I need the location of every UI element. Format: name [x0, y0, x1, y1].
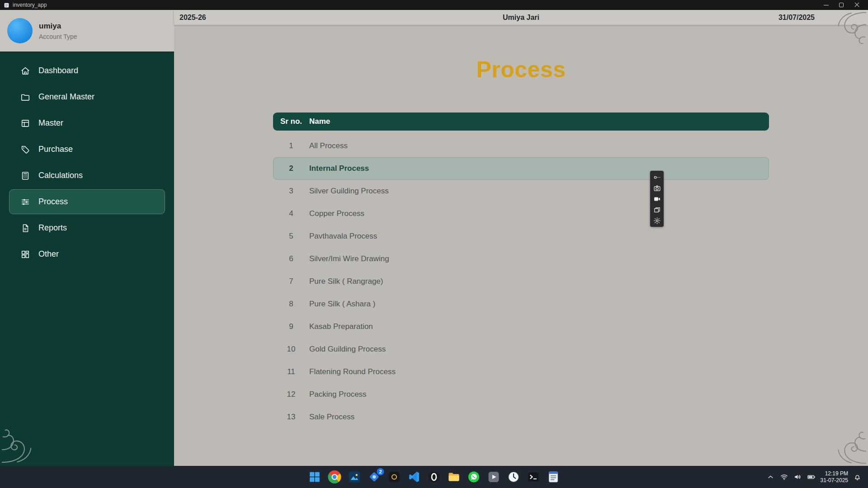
sidebar-item-process[interactable]: Process	[9, 189, 165, 214]
sidebar-item-master[interactable]: Master	[9, 111, 165, 136]
table-row[interactable]: 3Silver Guilding Process	[273, 180, 769, 202]
sidebar-item-general-master[interactable]: General Master	[9, 84, 165, 109]
clock-app-icon[interactable]	[507, 470, 520, 483]
main-area: 2025-26 Umiya Jari 31/07/2025 Process Sr…	[174, 10, 868, 466]
folder-icon	[20, 92, 30, 102]
row-name: Pure Silk ( Ashara )	[309, 300, 375, 309]
table-header: Sr no. Name	[273, 113, 769, 131]
sidebar-item-other[interactable]: Other	[9, 242, 165, 267]
row-sr-no: 6	[273, 254, 309, 263]
current-date: 31/07/2025	[732, 14, 868, 22]
sliders-icon	[20, 197, 30, 207]
page-content: Process Sr no. Name 1All Process2Interna…	[174, 25, 868, 466]
sidebar-item-dashboard[interactable]: Dashboard	[9, 58, 165, 83]
table-row[interactable]: 1All Process	[273, 135, 769, 157]
screen-record-icon	[653, 195, 661, 203]
media-player-icon[interactable]	[487, 470, 500, 483]
card-icon	[20, 118, 30, 128]
row-name: Kasab Preparation	[309, 322, 373, 331]
minimize-icon[interactable]	[818, 0, 834, 10]
sidebar: umiya Account Type DashboardGeneral Mast…	[0, 10, 174, 466]
table-row[interactable]: 5Pavthavala Process	[273, 225, 769, 248]
maximize-icon[interactable]	[834, 0, 849, 10]
table-row[interactable]: 8Pure Silk ( Ashara )	[273, 293, 769, 315]
volume-icon[interactable]	[793, 473, 802, 481]
row-sr-no: 7	[273, 277, 309, 286]
sidebar-item-label: Calculations	[38, 171, 83, 180]
row-name: Flatening Round Process	[309, 367, 396, 376]
photos-icon[interactable]	[348, 470, 361, 483]
table-row[interactable]: 10Gold Guilding Process	[273, 338, 769, 361]
sidebar-item-label: General Master	[38, 92, 94, 102]
link-capture-icon	[653, 174, 661, 181]
chat-app-icon[interactable]: 2	[368, 470, 381, 483]
report-icon	[20, 223, 30, 233]
capture-toolbar	[650, 171, 664, 227]
taskbar-icons: 2	[308, 470, 560, 483]
close-icon[interactable]	[849, 0, 864, 10]
row-sr-no: 11	[273, 367, 309, 376]
home-icon	[20, 66, 30, 76]
terminal-icon[interactable]	[527, 470, 540, 483]
row-name: Packing Process	[309, 390, 367, 399]
whatsapp-icon[interactable]	[467, 470, 481, 483]
link-capture-icon[interactable]	[650, 172, 664, 183]
wifi-icon[interactable]	[780, 473, 788, 481]
row-name: Pavthavala Process	[309, 232, 377, 241]
tag-icon	[20, 145, 30, 155]
topbar: 2025-26 Umiya Jari 31/07/2025	[174, 10, 868, 25]
screenshot-icon	[653, 184, 661, 192]
battery-icon[interactable]	[807, 473, 816, 481]
profile-account-type: Account Type	[39, 33, 77, 40]
row-sr-no: 5	[273, 232, 309, 241]
profile-name: umiya	[39, 22, 77, 31]
calculator-icon	[20, 171, 30, 181]
row-name: Sale Process	[309, 413, 354, 422]
chevron-up-icon[interactable]	[766, 473, 775, 481]
sidebar-item-label: Purchase	[38, 145, 73, 154]
bell-icon[interactable]	[853, 473, 862, 481]
row-name: Silver/Imi Wire Drawing	[309, 254, 389, 263]
row-sr-no: 2	[273, 164, 309, 173]
app-icon	[4, 2, 9, 8]
table-row[interactable]: 12Packing Process	[273, 383, 769, 406]
sidebar-item-purchase[interactable]: Purchase	[9, 137, 165, 162]
sidebar-item-calculations[interactable]: Calculations	[9, 163, 165, 188]
file-explorer-icon[interactable]	[448, 470, 461, 483]
chrome-icon[interactable]	[328, 470, 341, 483]
table-row[interactable]: 6Silver/Imi Wire Drawing	[273, 248, 769, 270]
notepad-icon[interactable]	[547, 470, 560, 483]
settings-gear-icon[interactable]	[650, 215, 664, 226]
row-sr-no: 3	[273, 187, 309, 196]
process-table: Sr no. Name 1All Process2Internal Proces…	[273, 113, 769, 428]
windows-taskbar: 2 12:19 PM 31-07-2025	[0, 466, 868, 488]
system-tray: 12:19 PM 31-07-2025	[766, 470, 868, 484]
company-name: Umiya Jari	[310, 14, 732, 22]
vscode-icon[interactable]	[408, 470, 421, 483]
row-name: Internal Process	[309, 164, 369, 173]
table-body: 1All Process2Internal Process3Silver Gui…	[273, 135, 769, 428]
avatar[interactable]	[7, 18, 33, 43]
table-row[interactable]: 4Copper Process	[273, 202, 769, 225]
row-sr-no: 4	[273, 209, 309, 218]
grid-icon	[20, 249, 30, 259]
table-row[interactable]: 13Sale Process	[273, 406, 769, 428]
screenshot-icon[interactable]	[650, 183, 664, 193]
start-icon[interactable]	[308, 470, 321, 483]
window-capture-icon[interactable]	[650, 204, 664, 215]
opera-icon[interactable]	[428, 470, 441, 483]
profile-section: umiya Account Type	[0, 10, 174, 52]
table-row[interactable]: 9Kasab Preparation	[273, 315, 769, 338]
screen-record-icon[interactable]	[650, 193, 664, 204]
sidebar-item-label: Reports	[38, 223, 67, 233]
dark-app-icon[interactable]	[388, 470, 401, 483]
table-row[interactable]: 7Pure Silk ( Rangrage)	[273, 270, 769, 293]
page-title: Process	[174, 56, 868, 83]
sidebar-item-reports[interactable]: Reports	[9, 216, 165, 240]
sidebar-item-label: Master	[38, 118, 63, 128]
table-row[interactable]: 11Flatening Round Process	[273, 361, 769, 383]
row-sr-no: 13	[273, 413, 309, 422]
table-row[interactable]: 2Internal Process	[273, 157, 769, 180]
row-name: Gold Guilding Process	[309, 345, 386, 354]
clock-date[interactable]: 12:19 PM 31-07-2025	[821, 470, 848, 484]
